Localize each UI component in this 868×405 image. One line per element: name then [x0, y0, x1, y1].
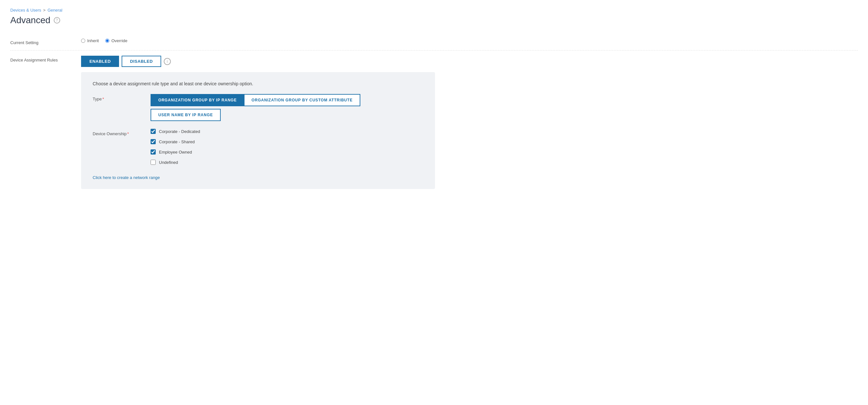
ownership-row: Device Ownership* Corporate - Dedicated … [93, 129, 423, 165]
type-btn-org-group-attr[interactable]: ORGANIZATION GROUP BY CUSTOM ATTRIBUTE [244, 94, 360, 106]
type-btn-user-name-ip[interactable]: USER NAME BY IP RANGE [151, 109, 221, 121]
radio-group: Inherit Override [81, 38, 858, 43]
ownership-label: Device Ownership* [93, 129, 151, 136]
toggle-group: ENABLED DISABLED i [81, 56, 858, 67]
current-setting-label: Current Setting [10, 38, 81, 45]
device-assignment-row: Device Assignment Rules ENABLED DISABLED… [10, 51, 858, 194]
breadcrumb: Devices & Users > General [10, 8, 858, 12]
device-assignment-label: Device Assignment Rules [10, 56, 81, 62]
checkbox-corporate-dedicated[interactable] [151, 129, 156, 134]
current-setting-row: Current Setting Inherit Override [10, 33, 858, 51]
create-network-range-link[interactable]: Click here to create a network range [93, 175, 160, 180]
label-employee-owned: Employee Owned [159, 150, 192, 154]
current-setting-controls: Inherit Override [81, 38, 858, 43]
ownership-corporate-dedicated[interactable]: Corporate - Dedicated [151, 129, 200, 134]
type-buttons-wrapper: ORGANIZATION GROUP BY IP RANGE ORGANIZAT… [151, 94, 360, 121]
page-title: Advanced [10, 15, 51, 25]
enabled-button[interactable]: ENABLED [81, 56, 119, 67]
override-radio-label[interactable]: Override [105, 38, 127, 43]
breadcrumb-separator: > [43, 8, 46, 12]
type-row2: USER NAME BY IP RANGE [151, 109, 360, 121]
type-label: Type* [93, 94, 151, 102]
override-radio[interactable] [105, 39, 110, 43]
type-required-star: * [102, 96, 104, 102]
info-icon[interactable]: i [164, 58, 171, 65]
checkbox-corporate-shared[interactable] [151, 139, 156, 144]
type-btn-org-group-ip[interactable]: ORGANIZATION GROUP BY IP RANGE [151, 94, 244, 106]
device-assignment-controls: ENABLED DISABLED i Choose a device assig… [81, 56, 858, 189]
inherit-radio-label[interactable]: Inherit [81, 38, 99, 43]
breadcrumb-part2[interactable]: General [48, 8, 62, 12]
type-row: Type* ORGANIZATION GROUP BY IP RANGE ORG… [93, 94, 423, 121]
ownership-required-star: * [127, 132, 129, 136]
page-help-icon[interactable]: ? [54, 17, 60, 24]
ownership-undefined[interactable]: Undefined [151, 160, 200, 165]
breadcrumb-part1[interactable]: Devices & Users [10, 8, 41, 12]
assignment-panel: Choose a device assignment rule type and… [81, 72, 435, 189]
checkbox-employee-owned[interactable] [151, 149, 156, 154]
label-corporate-dedicated: Corporate - Dedicated [159, 129, 200, 134]
label-undefined: Undefined [159, 160, 178, 165]
inherit-radio[interactable] [81, 39, 85, 43]
panel-description: Choose a device assignment rule type and… [93, 81, 423, 86]
ownership-employee-owned[interactable]: Employee Owned [151, 149, 200, 154]
inherit-label: Inherit [87, 38, 99, 43]
override-label: Override [111, 38, 127, 43]
page-title-container: Advanced ? [10, 15, 858, 25]
ownership-list: Corporate - Dedicated Corporate - Shared… [151, 129, 200, 165]
type-row1: ORGANIZATION GROUP BY IP RANGE ORGANIZAT… [151, 94, 360, 106]
ownership-corporate-shared[interactable]: Corporate - Shared [151, 139, 200, 144]
checkbox-undefined[interactable] [151, 160, 156, 165]
label-corporate-shared: Corporate - Shared [159, 139, 195, 144]
disabled-button[interactable]: DISABLED [122, 56, 161, 67]
